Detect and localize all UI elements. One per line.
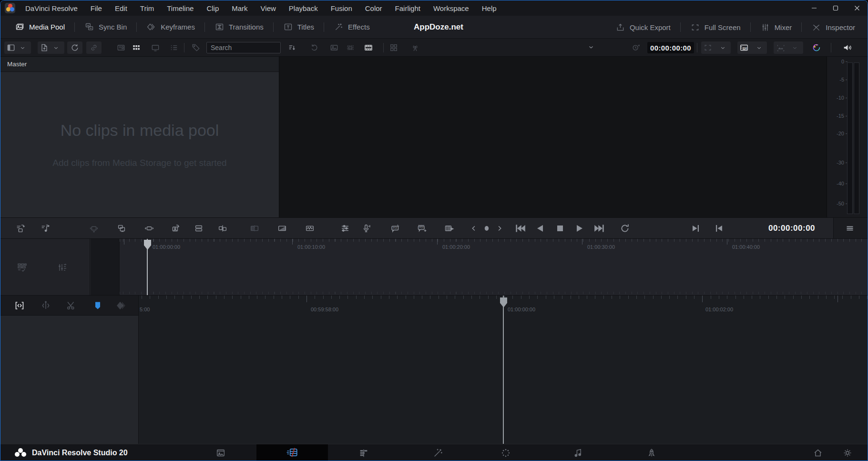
poi-marker-button[interactable]: POI [387, 218, 404, 238]
full-screen-button[interactable]: Full Screen [681, 20, 750, 34]
menu-mark[interactable]: Mark [232, 4, 247, 12]
import-chevron-icon[interactable] [53, 45, 59, 51]
marker-flag-button[interactable] [92, 300, 103, 311]
smart-insert-button[interactable] [12, 218, 29, 238]
view-card-button[interactable] [116, 43, 126, 52]
menu-trim[interactable]: Trim [140, 4, 154, 12]
maximize-button[interactable] [825, 0, 846, 16]
page-media-button[interactable] [206, 444, 235, 461]
tab-media-pool[interactable]: Media Pool [5, 20, 74, 34]
image-enhance-button[interactable] [776, 43, 786, 52]
page-cut-button[interactable] [256, 444, 328, 461]
place-on-top-button[interactable] [141, 218, 158, 238]
step-back-button[interactable] [469, 218, 479, 238]
transport-timecode[interactable]: 00:00:00:00 [763, 218, 820, 238]
next-edit-button[interactable] [687, 218, 704, 238]
view-strip-button[interactable] [151, 43, 160, 52]
menu-davinci-resolve[interactable]: DaVinci Resolve [25, 4, 78, 12]
audio-monitor-speaker-button[interactable] [842, 42, 853, 53]
viewer-timecode[interactable]: 00:00:00:00 [647, 42, 694, 53]
play-button[interactable] [571, 218, 588, 238]
split-clip-button[interactable] [214, 218, 231, 238]
goto-end-button[interactable] [591, 218, 608, 238]
refresh-button[interactable] [309, 43, 319, 52]
prev-edit-button[interactable] [711, 218, 728, 238]
home-button[interactable] [804, 444, 832, 461]
source-overwrite-button[interactable] [166, 218, 184, 238]
menu-workspace[interactable]: Workspace [433, 4, 469, 12]
timeline-view-options-button[interactable] [16, 262, 28, 273]
tab-keyframes[interactable]: Keyframes [137, 20, 204, 34]
overview-playhead-handle[interactable] [144, 240, 151, 250]
bin-list-toggle-button[interactable] [6, 43, 16, 52]
quick-export-button[interactable]: Quick Export [606, 20, 680, 34]
page-deliver-button[interactable] [637, 444, 666, 461]
view-grid-button[interactable] [132, 43, 141, 52]
transition-dissolve-button[interactable] [274, 218, 291, 238]
fit-to-fill-button[interactable] [190, 218, 207, 238]
minimize-button[interactable] [803, 0, 825, 16]
tag-filter-icon[interactable] [191, 43, 201, 52]
link-clips-icon[interactable] [89, 43, 99, 52]
transition-picker-button[interactable] [115, 300, 127, 311]
menu-edit[interactable]: Edit [115, 4, 127, 12]
menu-playback[interactable]: Playback [289, 4, 318, 12]
menu-file[interactable]: File [91, 4, 102, 12]
voiceover-mic-button[interactable] [358, 218, 375, 238]
page-edit-button[interactable] [349, 444, 378, 461]
transition-smoothcut-button[interactable] [301, 218, 318, 238]
proxy-quality-hq-button[interactable]: HQ [739, 42, 749, 53]
proxy-chevron-icon[interactable] [756, 45, 762, 51]
viewer-canvas[interactable] [279, 57, 827, 217]
settings-button[interactable] [833, 444, 862, 461]
frame-guides-button[interactable] [703, 43, 713, 52]
viewer-source-clip-button[interactable] [329, 43, 339, 52]
step-forward-button[interactable] [494, 218, 505, 238]
transition-cut-button[interactable] [246, 218, 263, 238]
timeline-playhead[interactable] [503, 296, 504, 444]
tools-button[interactable] [337, 218, 354, 238]
page-color-button[interactable] [491, 444, 520, 461]
menu-view[interactable]: View [261, 4, 276, 12]
sort-button[interactable] [287, 43, 297, 52]
loop-playback-button[interactable] [616, 218, 633, 238]
bin-header[interactable]: Master [0, 57, 279, 72]
menu-fusion[interactable]: Fusion [331, 4, 352, 12]
tab-titles[interactable]: Titles [274, 20, 324, 34]
menu-timeline[interactable]: Timeline [167, 4, 194, 12]
tab-transitions[interactable]: Transitions [205, 20, 273, 34]
append-audio-button[interactable] [37, 218, 54, 238]
sync-clips-button[interactable] [70, 43, 80, 52]
menu-fairlight[interactable]: Fairlight [395, 4, 420, 12]
track-controls-button[interactable] [57, 262, 68, 273]
menu-clip[interactable]: Clip [206, 4, 219, 12]
timeline-playhead-handle[interactable] [500, 297, 507, 307]
search-input[interactable] [206, 42, 281, 53]
tab-sync-bin[interactable]: Sync Bin [75, 20, 136, 34]
trim-mode-button[interactable] [14, 300, 25, 311]
enhance-chevron-icon[interactable] [792, 45, 798, 51]
split-move-button[interactable] [40, 300, 51, 311]
goto-start-button[interactable] [511, 218, 529, 238]
inspector-button[interactable]: Inspector [802, 20, 865, 34]
frame-guides-chevron-icon[interactable] [720, 45, 726, 51]
mixer-button[interactable]: Mixer [751, 20, 802, 34]
page-fairlight-button[interactable] [564, 444, 592, 461]
close-up-button[interactable] [113, 218, 130, 238]
record-button[interactable] [481, 218, 492, 238]
play-reverse-button[interactable] [531, 218, 549, 238]
menu-help[interactable]: Help [482, 4, 497, 12]
tab-effects[interactable]: Effects [324, 20, 379, 34]
view-list-button[interactable] [169, 43, 179, 52]
bin-toggle-chevron-icon[interactable] [20, 45, 26, 51]
viewer-option-dropdown[interactable] [506, 42, 596, 53]
viewer-source-tape-button[interactable] [364, 43, 373, 52]
color-boost-button[interactable] [811, 42, 821, 53]
add-poi-button[interactable]: POI [413, 218, 430, 238]
live-stream-icon[interactable] [410, 43, 420, 52]
viewer-trim-editor-button[interactable] [346, 43, 355, 52]
page-fusion-button[interactable] [424, 444, 452, 461]
multicam-grid-button[interactable] [389, 43, 398, 52]
play-around-clip-button[interactable] [441, 218, 458, 238]
close-button[interactable] [846, 0, 868, 16]
